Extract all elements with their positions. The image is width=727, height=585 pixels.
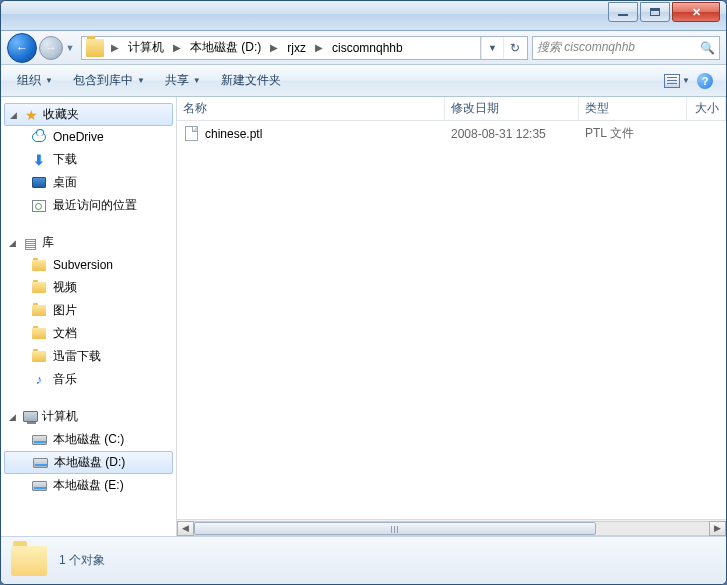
chevron-right-icon[interactable]: ▶ — [168, 42, 186, 53]
nav-sidebar: ◢ ★ 收藏夹 OneDrive ⬇下载 桌面 最近访问的位置 ◢ ▤ 库 Su… — [1, 97, 177, 536]
sidebar-item-documents[interactable]: 文档 — [1, 322, 176, 345]
share-label: 共享 — [165, 72, 189, 89]
video-icon — [31, 280, 47, 296]
file-name-cell: chinese.ptl — [177, 126, 445, 142]
breadcrumb-folder2[interactable]: ciscomnqhhb — [328, 41, 407, 55]
column-headers: 名称 修改日期 类型 大小 — [177, 97, 726, 121]
sidebar-item-subversion[interactable]: Subversion — [1, 254, 176, 276]
library-icon: ▤ — [22, 235, 38, 251]
breadcrumb-drive[interactable]: 本地磁盘 (D:) — [186, 39, 265, 56]
horizontal-scrollbar[interactable]: ◀ ▶ — [177, 519, 726, 536]
minimize-button[interactable] — [608, 2, 638, 22]
desktop-icon — [31, 175, 47, 191]
nav-forward-button[interactable]: → — [39, 36, 63, 60]
file-date: 2008-08-31 12:35 — [451, 127, 546, 141]
status-bar: 1 个对象 — [1, 536, 726, 584]
sidebar-item-thunder[interactable]: 迅雷下载 — [1, 345, 176, 368]
computer-group: ◢ 计算机 本地磁盘 (C:) 本地磁盘 (D:) 本地磁盘 (E:) — [1, 405, 176, 497]
include-label: 包含到库中 — [73, 72, 133, 89]
col-label: 名称 — [183, 100, 207, 117]
item-label: 音乐 — [53, 371, 77, 388]
chevron-right-icon[interactable]: ▶ — [310, 42, 328, 53]
arrow-right-icon: → — [45, 41, 57, 55]
file-rows[interactable]: chinese.ptl 2008-08-31 12:35 PTL 文件 — [177, 121, 726, 519]
address-dropdown-button[interactable]: ▼ — [481, 37, 503, 59]
item-label: 最近访问的位置 — [53, 197, 137, 214]
computer-icon — [22, 409, 38, 425]
sidebar-item-drive-e[interactable]: 本地磁盘 (E:) — [1, 474, 176, 497]
sidebar-item-onedrive[interactable]: OneDrive — [1, 126, 176, 148]
chevron-right-icon[interactable]: ▶ — [265, 42, 283, 53]
close-button[interactable]: ✕ — [672, 2, 720, 22]
help-button[interactable]: ? — [692, 69, 718, 93]
file-row[interactable]: chinese.ptl 2008-08-31 12:35 PTL 文件 — [177, 121, 726, 146]
include-library-menu[interactable]: 包含到库中▼ — [65, 68, 153, 93]
sidebar-item-music[interactable]: ♪音乐 — [1, 368, 176, 391]
star-icon: ★ — [23, 107, 39, 123]
col-label: 类型 — [585, 100, 609, 117]
scroll-track[interactable] — [194, 521, 709, 536]
folder-icon — [86, 39, 104, 57]
scroll-left-button[interactable]: ◀ — [177, 521, 194, 536]
item-label: 文档 — [53, 325, 77, 342]
drive-icon — [31, 478, 47, 494]
favorites-header[interactable]: ◢ ★ 收藏夹 — [4, 103, 173, 126]
column-header-size[interactable]: 大小 — [687, 97, 726, 120]
sidebar-item-drive-c[interactable]: 本地磁盘 (C:) — [1, 428, 176, 451]
maximize-icon — [650, 8, 660, 16]
sidebar-item-drive-d[interactable]: 本地磁盘 (D:) — [4, 451, 173, 474]
sidebar-item-downloads[interactable]: ⬇下载 — [1, 148, 176, 171]
scroll-right-button[interactable]: ▶ — [709, 521, 726, 536]
search-placeholder: 搜索 ciscomnqhhb — [537, 39, 635, 56]
chevron-down-icon: ▼ — [45, 76, 53, 85]
column-header-type[interactable]: 类型 — [579, 97, 687, 120]
folder-icon — [31, 257, 47, 273]
refresh-button[interactable]: ↻ — [503, 37, 525, 59]
sidebar-item-recent[interactable]: 最近访问的位置 — [1, 194, 176, 217]
breadcrumb-folder1[interactable]: rjxz — [283, 41, 310, 55]
scroll-thumb[interactable] — [194, 522, 596, 535]
column-header-date[interactable]: 修改日期 — [445, 97, 579, 120]
explorer-window: ✕ ← → ▼ ▶ 计算机 ▶ 本地磁盘 (D:) ▶ rjxz ▶ cisco… — [0, 0, 727, 585]
thunder-icon — [31, 349, 47, 365]
sidebar-item-video[interactable]: 视频 — [1, 276, 176, 299]
chevron-right-icon[interactable]: ▶ — [106, 42, 124, 53]
chevron-down-icon: ▼ — [488, 43, 497, 53]
item-label: 迅雷下载 — [53, 348, 101, 365]
documents-icon — [31, 326, 47, 342]
view-icon — [664, 74, 680, 88]
folder-large-icon — [11, 546, 47, 576]
item-label: 下载 — [53, 151, 77, 168]
search-icon: 🔍 — [700, 41, 715, 55]
libraries-header[interactable]: ◢ ▤ 库 — [1, 231, 176, 254]
sidebar-item-pictures[interactable]: 图片 — [1, 299, 176, 322]
computer-header[interactable]: ◢ 计算机 — [1, 405, 176, 428]
item-label: Subversion — [53, 258, 113, 272]
address-bar[interactable]: ▶ 计算机 ▶ 本地磁盘 (D:) ▶ rjxz ▶ ciscomnqhhb ▼… — [81, 36, 528, 60]
share-menu[interactable]: 共享▼ — [157, 68, 209, 93]
file-type: PTL 文件 — [585, 125, 634, 142]
collapse-icon[interactable]: ◢ — [8, 109, 19, 120]
collapse-icon[interactable]: ◢ — [7, 237, 18, 248]
file-list-pane: 名称 修改日期 类型 大小 chinese.ptl 2008-08-31 12:… — [177, 97, 726, 536]
item-label: 桌面 — [53, 174, 77, 191]
address-bar-buttons: ▼ ↻ — [480, 37, 525, 59]
maximize-button[interactable] — [640, 2, 670, 22]
column-header-name[interactable]: 名称 — [177, 97, 445, 120]
collapse-icon[interactable]: ◢ — [7, 411, 18, 422]
nav-history-dropdown[interactable]: ▼ — [63, 36, 77, 60]
libraries-label: 库 — [42, 234, 54, 251]
item-label: 本地磁盘 (C:) — [53, 431, 124, 448]
recent-icon — [31, 198, 47, 214]
breadcrumb-computer[interactable]: 计算机 — [124, 39, 168, 56]
search-input[interactable]: 搜索 ciscomnqhhb 🔍 — [532, 36, 720, 60]
arrow-left-icon: ← — [16, 41, 28, 55]
file-icon — [183, 126, 199, 142]
view-options-button[interactable]: ▼ — [664, 69, 690, 93]
new-folder-button[interactable]: 新建文件夹 — [213, 68, 289, 93]
organize-menu[interactable]: 组织▼ — [9, 68, 61, 93]
nav-back-button[interactable]: ← — [7, 33, 37, 63]
newfolder-label: 新建文件夹 — [221, 72, 281, 89]
toolbar-right: ▼ ? — [664, 69, 718, 93]
sidebar-item-desktop[interactable]: 桌面 — [1, 171, 176, 194]
